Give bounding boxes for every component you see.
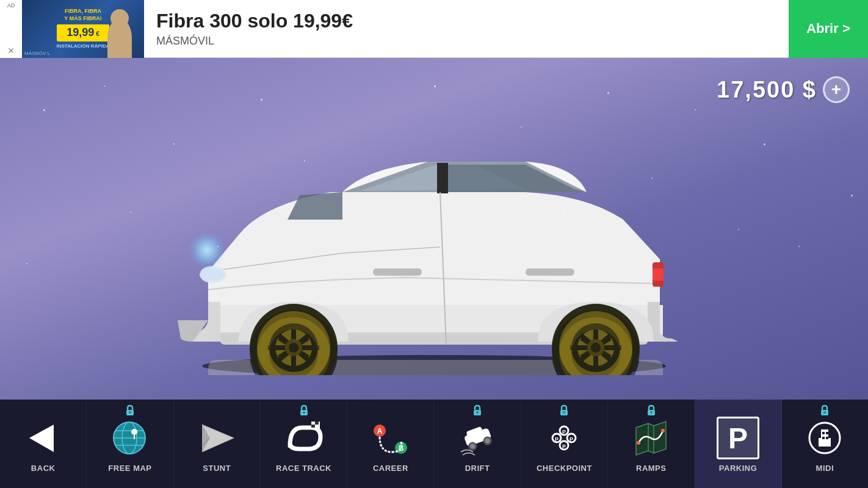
star-decoration: [391, 229, 392, 230]
svg-text:P: P: [555, 436, 559, 442]
svg-marker-38: [29, 425, 54, 452]
svg-rect-91: [826, 437, 828, 439]
star-decoration: [304, 160, 305, 162]
ad-banner: AD ✕ FIBRA, FIBRA Y MÁS FIBRA! 19,99 € I…: [0, 0, 868, 58]
globe-icon: [107, 415, 153, 461]
parking-icon: P: [715, 415, 761, 461]
svg-rect-88: [822, 432, 825, 434]
svg-rect-2: [373, 268, 422, 276]
svg-rect-52: [311, 422, 315, 425]
currency-amount: 17,500 $: [717, 77, 817, 103]
nav-label-free-map: FREE MAP: [108, 464, 151, 473]
close-icon[interactable]: ✕: [7, 46, 15, 56]
lock-icon-free-map: [124, 404, 136, 417]
nav-label-midi: MIDI: [816, 464, 834, 473]
lock-icon-ramps: [645, 404, 657, 417]
star-decoration: [261, 99, 262, 101]
ad-label: AD: [7, 2, 15, 9]
svg-text:P: P: [570, 436, 573, 442]
svg-rect-54: [311, 425, 315, 428]
star-decoration: [625, 280, 626, 281]
star-decoration: [825, 92, 826, 93]
svg-point-70: [563, 411, 565, 414]
star-decoration: [695, 109, 696, 110]
star-decoration: [26, 263, 27, 264]
ad-cta-label: Abrir >: [806, 21, 850, 37]
race-track-icon: [281, 415, 327, 461]
svg-rect-53: [315, 422, 319, 425]
lock-icon-drift: [471, 404, 483, 417]
svg-text:B: B: [399, 444, 404, 453]
svg-rect-89: [826, 432, 828, 434]
ad-cta-button[interactable]: Abrir >: [789, 0, 868, 58]
nav-item-stunt[interactable]: STUNT: [174, 400, 261, 488]
ad-text-content: Fibra 300 solo 19,99€ MÁSMÓVIL: [144, 10, 789, 48]
game-area: 17,500 $ +: [0, 58, 868, 400]
nav-label-career: CAREER: [373, 464, 408, 473]
nav-label-drift: DRIFT: [465, 464, 490, 473]
svg-text:P: P: [562, 443, 566, 450]
star-decoration: [798, 246, 800, 247]
midi-icon: [802, 415, 848, 461]
nav-item-parking[interactable]: P PARKING: [695, 400, 781, 488]
lock-icon-race-track: [298, 404, 310, 417]
star-decoration: [738, 229, 739, 230]
nav-item-free-map[interactable]: FREE MAP: [87, 400, 173, 488]
nav-label-back: BACK: [31, 464, 56, 473]
svg-rect-7: [653, 268, 664, 281]
career-icon: A B: [367, 415, 413, 461]
nav-label-checkpoint: CHECKPOINT: [537, 464, 592, 473]
svg-point-40: [129, 411, 131, 414]
nav-item-race-track[interactable]: RACE TRACK: [261, 400, 347, 488]
star-decoration: [43, 109, 45, 111]
nav-label-stunt: STUNT: [203, 464, 231, 473]
ad-close-button[interactable]: AD ✕: [0, 0, 22, 58]
nav-item-drift[interactable]: DRIFT: [434, 400, 521, 488]
ad-image: FIBRA, FIBRA Y MÁS FIBRA! 19,99 € INSTAL…: [22, 0, 144, 58]
ad-subtitle: MÁSMÓVIL: [156, 35, 776, 48]
svg-rect-87: [819, 438, 831, 447]
svg-point-51: [303, 411, 305, 414]
lock-icon-midi: [819, 404, 831, 417]
checkpoint-icon: P P P P: [541, 415, 587, 461]
svg-text:P: P: [562, 429, 566, 435]
back-icon: [20, 415, 66, 461]
stunt-icon: [194, 415, 240, 461]
star-decoration: [764, 143, 765, 145]
star-decoration: [607, 92, 609, 94]
car-svg: [159, 113, 709, 375]
ad-title: Fibra 300 solo 19,99€: [156, 10, 776, 32]
star-decoration: [104, 85, 106, 87]
star-decoration: [651, 178, 653, 179]
ramps-icon: [628, 415, 674, 461]
nav-item-ramps[interactable]: RAMPS: [608, 400, 695, 488]
svg-rect-3: [526, 268, 574, 276]
ad-brand: MÁSMÓV L: [24, 51, 50, 56]
lock-icon-checkpoint: [558, 404, 570, 417]
svg-text:A: A: [377, 427, 383, 436]
nav-item-checkpoint[interactable]: P P P P CHECKPOINT: [521, 400, 608, 488]
svg-rect-1: [437, 163, 448, 193]
nav-item-back[interactable]: BACK: [0, 400, 87, 488]
drift-icon: [455, 415, 501, 461]
star-decoration: [851, 195, 853, 196]
svg-point-82: [661, 429, 665, 432]
add-currency-button[interactable]: +: [823, 76, 850, 103]
nav-label-race-track: RACE TRACK: [276, 464, 331, 473]
svg-rect-55: [315, 425, 319, 428]
svg-point-46: [131, 429, 137, 435]
svg-point-84: [823, 411, 826, 414]
svg-rect-90: [822, 437, 825, 439]
nav-bar: BACK FREE MAP: [0, 400, 868, 488]
nav-label-ramps: RAMPS: [636, 464, 666, 473]
nav-label-parking: PARKING: [719, 464, 757, 473]
star-decoration: [130, 212, 131, 213]
svg-point-81: [637, 441, 640, 445]
nav-item-midi[interactable]: MIDI: [782, 400, 868, 488]
nav-item-career[interactable]: A B CAREER: [347, 400, 434, 488]
svg-point-62: [476, 411, 479, 414]
svg-point-80: [650, 411, 653, 414]
svg-point-5: [202, 268, 224, 281]
currency-display: 17,500 $ +: [717, 76, 850, 103]
car-display: [159, 113, 709, 375]
